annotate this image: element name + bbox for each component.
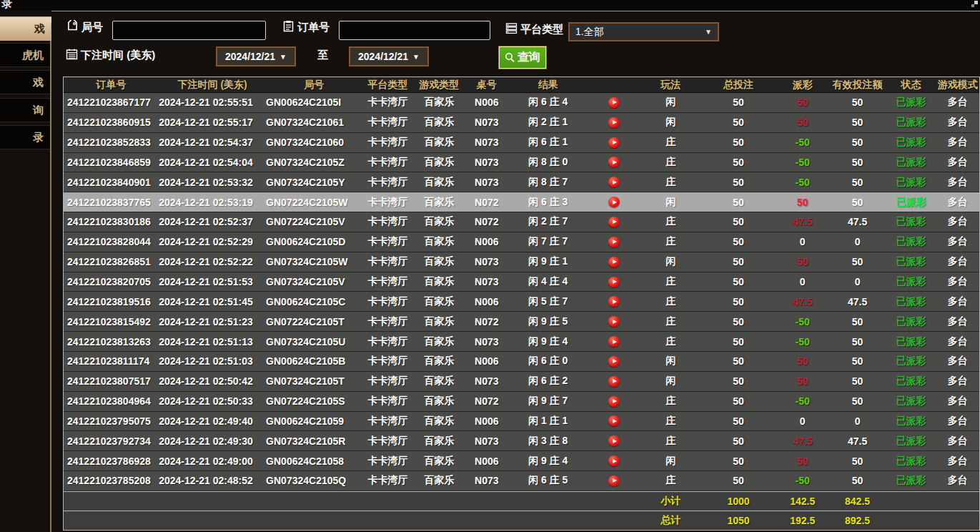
table-row[interactable]: 241221023867177 2024-12-21 02:55:51 GN00… bbox=[64, 93, 979, 113]
sidebar-item-label: 录 bbox=[33, 131, 44, 144]
play-icon[interactable] bbox=[608, 435, 620, 446]
date-from-picker[interactable]: 2024/12/21 ▼ bbox=[216, 46, 296, 66]
round-id-input[interactable] bbox=[112, 21, 266, 40]
cell-bet-time: 2024-12-21 02:55:51 bbox=[159, 93, 266, 112]
play-icon[interactable] bbox=[608, 455, 620, 466]
sidebar-item-game[interactable]: 戏 bbox=[0, 70, 50, 94]
search-button[interactable]: 查询 bbox=[499, 46, 546, 69]
play-icon[interactable] bbox=[608, 296, 620, 307]
play-icon[interactable] bbox=[608, 277, 620, 287]
table-row[interactable]: 241221023840901 2024-12-21 02:53:32 GN07… bbox=[64, 172, 979, 192]
play-icon[interactable] bbox=[608, 117, 620, 128]
play-icon[interactable] bbox=[608, 237, 620, 247]
play-icon[interactable] bbox=[608, 177, 620, 187]
cell-replay bbox=[588, 471, 640, 491]
table-row[interactable]: 241221023837765 2024-12-21 02:53:19 GN07… bbox=[64, 192, 979, 212]
play-icon[interactable] bbox=[608, 97, 620, 108]
cell-replay bbox=[588, 292, 640, 311]
cell-game-mode: 多台 bbox=[936, 133, 979, 152]
play-icon[interactable] bbox=[608, 476, 620, 486]
sidebar-item-records[interactable]: 录 bbox=[0, 125, 50, 149]
sidebar-item-query[interactable]: 询 bbox=[0, 98, 50, 122]
cell-replay bbox=[588, 153, 640, 172]
cell-replay bbox=[588, 133, 640, 152]
play-icon[interactable] bbox=[608, 257, 620, 267]
cell-total-bet: 50 bbox=[701, 451, 776, 471]
cell-payout: 50 bbox=[776, 192, 829, 212]
table-row[interactable]: 241221023813263 2024-12-21 02:51:13 GN07… bbox=[64, 332, 979, 352]
table-row[interactable]: 241221023846859 2024-12-21 02:54:04 GN07… bbox=[64, 153, 979, 173]
col-header-table-no: 桌号 bbox=[465, 77, 508, 92]
cell-total-bet: 50 bbox=[701, 212, 776, 232]
cell-round-id: GN07324C2105Y bbox=[266, 172, 362, 192]
cell-total-bet: 50 bbox=[701, 312, 776, 331]
cell-status: 已派彩 bbox=[886, 232, 936, 252]
table-row[interactable]: 241221023792734 2024-12-21 02:49:30 GN07… bbox=[64, 431, 979, 451]
table-row[interactable]: 241221023811174 2024-12-21 02:51:03 GN00… bbox=[64, 352, 979, 372]
cell-bet-time: 2024-12-21 02:50:33 bbox=[159, 392, 266, 411]
play-icon[interactable] bbox=[608, 137, 620, 148]
play-icon[interactable] bbox=[608, 415, 620, 426]
cell-game-type: 百家乐 bbox=[413, 133, 465, 152]
play-icon[interactable] bbox=[608, 336, 620, 347]
window-title-fragment: 录 bbox=[1, 0, 12, 11]
play-icon[interactable] bbox=[608, 356, 620, 367]
sidebar-item-game-active[interactable]: 戏 bbox=[0, 16, 51, 41]
table-row[interactable]: 241221023819516 2024-12-21 02:51:45 GN00… bbox=[64, 292, 979, 312]
cell-valid-bet: 50 bbox=[829, 252, 886, 272]
table-row[interactable]: 241221023815492 2024-12-21 02:51:23 GN07… bbox=[64, 312, 979, 332]
cell-payout: 0 bbox=[776, 232, 829, 252]
window-corner-icon[interactable] bbox=[971, 1, 978, 7]
chevron-down-icon: ▼ bbox=[705, 28, 712, 36]
cell-order-id: 241221023804964 bbox=[64, 392, 159, 411]
cell-order-id: 241221023813263 bbox=[64, 332, 159, 351]
table-row[interactable]: 241221023820705 2024-12-21 02:51:53 GN07… bbox=[64, 272, 979, 292]
cell-round-id: GN00624C21058 bbox=[266, 451, 362, 471]
table-row[interactable]: 241221023785208 2024-12-21 02:48:52 GN07… bbox=[64, 471, 979, 491]
subtotal-label: 小计 bbox=[640, 492, 701, 511]
table-row[interactable]: 241221023795075 2024-12-21 02:49:40 GN00… bbox=[64, 412, 979, 432]
cell-platform: 卡卡湾厅 bbox=[362, 372, 414, 391]
cell-replay bbox=[588, 372, 640, 391]
cell-total-bet: 50 bbox=[701, 392, 776, 411]
play-icon[interactable] bbox=[608, 217, 620, 227]
grand-total-label: 总计 bbox=[640, 511, 701, 530]
table-row[interactable]: 241221023830186 2024-12-21 02:52:37 GN07… bbox=[64, 212, 979, 232]
play-icon[interactable] bbox=[608, 316, 620, 327]
cell-round-id: GN07224C2105S bbox=[266, 392, 362, 411]
play-icon[interactable] bbox=[608, 376, 620, 387]
play-icon[interactable] bbox=[608, 157, 620, 167]
cell-game-type: 百家乐 bbox=[413, 312, 465, 331]
cell-valid-bet: 50 bbox=[829, 93, 886, 112]
play-icon[interactable] bbox=[608, 197, 620, 207]
col-header-bet-on: 玩法 bbox=[640, 77, 701, 92]
table-row[interactable]: 241221023807517 2024-12-21 02:50:42 GN07… bbox=[64, 372, 979, 392]
table-row[interactable]: 241221023826851 2024-12-21 02:52:22 GN07… bbox=[64, 252, 979, 272]
cell-valid-bet: 50 bbox=[829, 192, 886, 212]
table-row[interactable]: 241221023804964 2024-12-21 02:50:33 GN07… bbox=[64, 392, 979, 412]
cell-order-id: 241221023785208 bbox=[64, 471, 159, 491]
date-to-picker[interactable]: 2024/12/21 ▼ bbox=[349, 46, 429, 66]
cell-game-type: 百家乐 bbox=[413, 471, 465, 491]
table-row[interactable]: 241221023860915 2024-12-21 02:55:17 GN07… bbox=[64, 113, 979, 133]
cell-total-bet: 50 bbox=[701, 113, 776, 132]
cell-result: 闲 4 庄 4 bbox=[509, 272, 588, 292]
sidebar-item-slots[interactable]: 虎机 bbox=[0, 43, 50, 67]
table-row[interactable]: 241221023852833 2024-12-21 02:54:37 GN07… bbox=[64, 133, 979, 153]
cell-table-no: N073 bbox=[465, 252, 508, 272]
table-row[interactable]: 241221023828044 2024-12-21 02:52:29 GN00… bbox=[64, 232, 979, 252]
cell-bet-on: 庄 bbox=[640, 153, 701, 172]
cell-valid-bet: 47.5 bbox=[829, 431, 886, 450]
play-icon[interactable] bbox=[608, 396, 620, 407]
cell-bet-time: 2024-12-21 02:51:13 bbox=[159, 332, 266, 351]
cell-bet-time: 2024-12-21 02:50:42 bbox=[159, 372, 266, 391]
cell-game-type: 百家乐 bbox=[413, 431, 465, 450]
cell-game-mode: 多台 bbox=[936, 332, 979, 351]
cell-result: 闲 2 庄 7 bbox=[509, 212, 588, 232]
cell-total-bet: 50 bbox=[701, 471, 776, 491]
order-id-input[interactable] bbox=[339, 21, 490, 40]
platform-type-select[interactable]: 1.全部 ▼ bbox=[568, 22, 719, 41]
table-row[interactable]: 241221023786928 2024-12-21 02:49:00 GN00… bbox=[64, 451, 979, 471]
cell-bet-on: 庄 bbox=[640, 133, 701, 152]
cell-game-mode: 多台 bbox=[936, 352, 979, 371]
